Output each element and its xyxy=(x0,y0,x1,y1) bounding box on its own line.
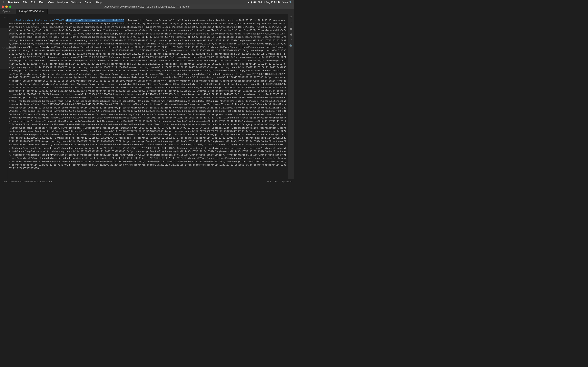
sidebar-icon-4[interactable]: ⬢ xyxy=(289,32,294,37)
menubar-find[interactable]: Find xyxy=(37,0,46,4)
traffic-lights xyxy=(2,6,11,8)
tab-kml-file[interactable]: history-2017-08-13.kml xyxy=(16,9,48,14)
statusbar: Line 1, Column 83 — Selected 44 columns … xyxy=(0,179,294,184)
ins-mode: INS xyxy=(267,180,271,183)
left-panel-ghost: CO THE WE xyxy=(0,28,16,69)
menubar-help[interactable]: Help xyxy=(95,0,103,4)
user-name: Cesar xyxy=(282,1,288,4)
close-button[interactable] xyxy=(2,6,4,8)
line-number-1: 1 xyxy=(4,16,6,18)
window-title: /Users/Cesar/Downloads/history-2017-08-1… xyxy=(104,5,190,8)
minimize-button[interactable] xyxy=(5,6,8,8)
indent-spaces[interactable]: Spaces: 4 xyxy=(282,180,292,183)
menubar-navigate[interactable]: Navigate xyxy=(56,0,69,4)
sidebar-icon-2[interactable]: ✦ xyxy=(289,21,294,25)
file-type[interactable]: Text xyxy=(274,180,278,183)
battery-icon: ▮ xyxy=(251,1,252,4)
tabbar: Open a ... history-2017-08-13.kml xyxy=(0,9,294,14)
menubar-debug[interactable]: Debug xyxy=(83,0,94,4)
code-content: <?xml version="1.0" encoding="UTF-8"?><k… xyxy=(9,19,286,173)
menubar-file[interactable]: File xyxy=(21,0,29,4)
sidebar-icon-1[interactable]: ⏱ xyxy=(289,15,294,20)
titlebar: /Users/Cesar/Downloads/history-2017-08-1… xyxy=(0,4,294,9)
code-editor[interactable]: <?xml version="1.0" encoding="UTF-8"?><k… xyxy=(7,14,288,179)
right-sidebar: ⏱ ✦ ⬣ ⬢ ⩈ 🔍 xyxy=(288,14,294,179)
clock: Sat 19 Aug 11:05:42 xyxy=(258,1,280,4)
apple-menu[interactable]:  xyxy=(2,1,6,4)
cursor-position: Line 1, Column 83 — Selected 44 columns … xyxy=(2,180,52,183)
menubar-edit[interactable]: Edit xyxy=(29,0,37,4)
sidebar-icon-3[interactable]: ⬣ xyxy=(289,26,294,31)
maximize-button[interactable] xyxy=(9,6,11,8)
sidebar-icon-5[interactable]: ⩈ xyxy=(289,38,294,43)
open-file-button[interactable]: Open a ... xyxy=(0,9,16,14)
menubar-view[interactable]: View xyxy=(46,0,55,4)
menubar:  Brackets File Edit Find View Navigate … xyxy=(0,0,294,4)
menubar-right: ● ▮ 6% Sat 19 Aug 11:05:42 Cesar 🔍 xyxy=(248,1,292,4)
status-right: INS Text Spaces: 4 xyxy=(267,180,292,183)
battery-level: 6% xyxy=(253,1,257,4)
wifi-icon: ● xyxy=(248,1,250,4)
sidebar-icon-search[interactable]: 🔍 xyxy=(289,43,294,48)
menubar-brackets[interactable]: Brackets xyxy=(6,0,21,4)
menubar-window[interactable]: Window xyxy=(70,0,82,4)
search-icon[interactable]: 🔍 xyxy=(289,1,292,4)
status-left: Line 1, Column 83 — Selected 44 columns … xyxy=(2,180,52,183)
